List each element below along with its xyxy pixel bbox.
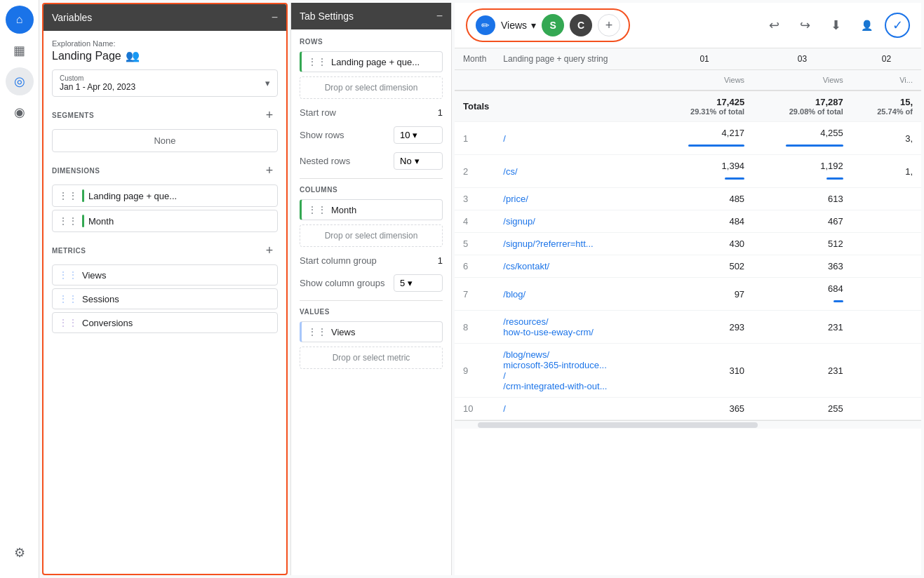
chevron-down-icon: ▾ xyxy=(413,130,417,140)
row-v02 xyxy=(852,255,921,278)
row-v02 xyxy=(852,188,921,210)
row-v03: 231 xyxy=(753,311,852,344)
exploration-name: Landing Page 👥 xyxy=(52,49,278,62)
start-row-value[interactable]: 1 xyxy=(438,107,443,118)
row-page[interactable]: /blog/ xyxy=(495,278,656,311)
nested-rows-select[interactable]: No ▾ xyxy=(394,152,443,170)
rows-drop-zone[interactable]: Drop or select dimension xyxy=(300,76,443,99)
row-page[interactable]: /signup/ xyxy=(495,210,656,233)
add-metric-button[interactable]: + xyxy=(261,242,278,259)
values-label: VALUES xyxy=(300,308,443,316)
date-range-selector[interactable]: Custom Jan 1 - Apr 20, 2023 ▾ xyxy=(52,69,278,97)
main-area: Variables − Exploration Name: Landing Pa… xyxy=(39,0,924,578)
edit-icon[interactable]: ✏ xyxy=(476,15,495,35)
views-selector: ✏ Views ▾ S C + xyxy=(466,8,630,42)
views-dropdown[interactable]: Views ▾ xyxy=(501,20,536,31)
settings-icon[interactable]: ⚙ xyxy=(6,539,34,567)
metrics-header: METRICS + xyxy=(52,242,278,259)
show-rows-select[interactable]: 10 ▾ xyxy=(394,126,443,144)
start-column-group-label: Start column group xyxy=(300,255,377,266)
avatar-c[interactable]: C xyxy=(570,14,592,36)
drag-icon: ⋮⋮ xyxy=(58,215,78,227)
undo-button[interactable]: ↩ xyxy=(761,13,786,38)
redo-button[interactable]: ↪ xyxy=(792,13,817,38)
variables-panel-body: Exploration Name: Landing Page 👥 Custom … xyxy=(43,31,286,574)
columns-item-month[interactable]: ⋮⋮ Month xyxy=(300,199,443,220)
share-people-icon[interactable]: 👥 xyxy=(126,49,140,62)
row-page[interactable]: /price/ xyxy=(495,188,656,210)
date-range-type: Custom xyxy=(60,74,135,82)
exploration-label: Exploration Name: xyxy=(52,39,278,48)
start-column-group-value[interactable]: 1 xyxy=(438,255,443,266)
metric-label: Sessions xyxy=(82,294,119,304)
dimension-item-landing-page[interactable]: ⋮⋮ Landing page + que... xyxy=(52,184,278,207)
values-item-views[interactable]: ⋮⋮ Views xyxy=(300,321,443,342)
row-v02 xyxy=(852,311,921,344)
totals-label: Totals xyxy=(455,90,656,122)
explore-icon[interactable]: ◎ xyxy=(6,67,34,95)
metric-item-views[interactable]: ⋮⋮ Views xyxy=(52,264,278,285)
segments-header: SEGMENTS + xyxy=(52,107,278,123)
col-group-03: 03 xyxy=(753,48,852,70)
row-page[interactable]: /resources/how-to-use-eway-crm/ xyxy=(495,311,656,344)
horizontal-scrollbar[interactable] xyxy=(455,420,921,429)
avatar-s[interactable]: S xyxy=(542,14,564,36)
row-v02 xyxy=(852,233,921,255)
row-v03: 467 xyxy=(753,210,852,233)
row-v03: 4,255 xyxy=(753,122,852,155)
data-view: ✏ Views ▾ S C + ↩ ↪ ⬇ 👤 ✓ xyxy=(455,3,921,575)
table-row: 2 /cs/ 1,394 1,192 1, xyxy=(455,155,921,188)
row-num: 7 xyxy=(455,278,495,311)
values-drop-zone[interactable]: Drop or select metric xyxy=(300,347,443,369)
dimension-label: Month xyxy=(88,216,114,227)
segments-title: SEGMENTS xyxy=(52,112,94,119)
metric-item-conversions[interactable]: ⋮⋮ Conversions xyxy=(52,312,278,333)
row-page[interactable]: / xyxy=(495,398,656,420)
metric-item-sessions[interactable]: ⋮⋮ Sessions xyxy=(52,288,278,309)
row-page[interactable]: /cs/kontakt/ xyxy=(495,255,656,278)
row-page[interactable]: / xyxy=(495,122,656,155)
metric-label: Views xyxy=(82,270,106,281)
data-toolbar: ✏ Views ▾ S C + ↩ ↪ ⬇ 👤 ✓ xyxy=(455,3,921,48)
columns-drop-zone[interactable]: Drop or select dimension xyxy=(300,224,443,247)
col-subheader-empty2 xyxy=(495,70,656,91)
row-num: 2 xyxy=(455,155,495,188)
add-tab-button[interactable]: + xyxy=(598,14,620,36)
check-button[interactable]: ✓ xyxy=(885,13,910,38)
show-column-groups-label: Show column groups xyxy=(300,278,384,288)
toolbar-actions: ↩ ↪ ⬇ 👤 ✓ xyxy=(761,13,910,38)
start-row-setting: Start row 1 xyxy=(300,107,443,118)
chevron-down-icon: ▾ xyxy=(265,78,270,88)
target-icon[interactable]: ◉ xyxy=(6,98,34,126)
rows-item-label: Landing page + que... xyxy=(331,57,420,67)
tab-settings-minimize-icon[interactable]: − xyxy=(436,10,443,22)
row-page[interactable]: /blog/news/microsoft-365-introduce...//c… xyxy=(495,344,656,398)
add-dimension-button[interactable]: + xyxy=(261,162,278,179)
row-v02 xyxy=(852,344,921,398)
share-button[interactable]: 👤 xyxy=(854,13,879,38)
variables-panel: Variables − Exploration Name: Landing Pa… xyxy=(42,3,288,575)
table-row: 6 /cs/kontakt/ 502 363 xyxy=(455,255,921,278)
row-v03: 684 xyxy=(753,278,852,311)
row-page[interactable]: /signup/?referrer=htt... xyxy=(495,233,656,255)
color-indicator xyxy=(82,215,84,227)
tab-settings-header: Tab Settings − xyxy=(291,3,451,29)
columns-label: COLUMNS xyxy=(300,186,443,194)
row-page[interactable]: /cs/ xyxy=(495,155,656,188)
row-v01: 97 xyxy=(656,278,753,311)
table-row: 7 /blog/ 97 684 xyxy=(455,278,921,311)
row-num: 3 xyxy=(455,188,495,210)
rows-item-landing-page[interactable]: ⋮⋮ Landing page + que... xyxy=(300,51,443,72)
views-label: Views xyxy=(501,20,527,31)
chart-icon[interactable]: ▦ xyxy=(6,36,34,65)
dimension-label: Landing page + que... xyxy=(88,191,177,201)
add-segment-button[interactable]: + xyxy=(261,107,278,123)
drag-icon: ⋮⋮ xyxy=(307,326,327,337)
table-row: 10 / 365 255 xyxy=(455,398,921,420)
download-button[interactable]: ⬇ xyxy=(823,13,848,38)
home-icon[interactable]: ⌂ xyxy=(6,6,34,34)
show-column-groups-select[interactable]: 5 ▾ xyxy=(394,274,443,292)
dimension-item-month[interactable]: ⋮⋮ Month xyxy=(52,210,278,232)
variables-minimize-icon[interactable]: − xyxy=(272,11,278,24)
chevron-down-icon: ▾ xyxy=(408,278,413,288)
